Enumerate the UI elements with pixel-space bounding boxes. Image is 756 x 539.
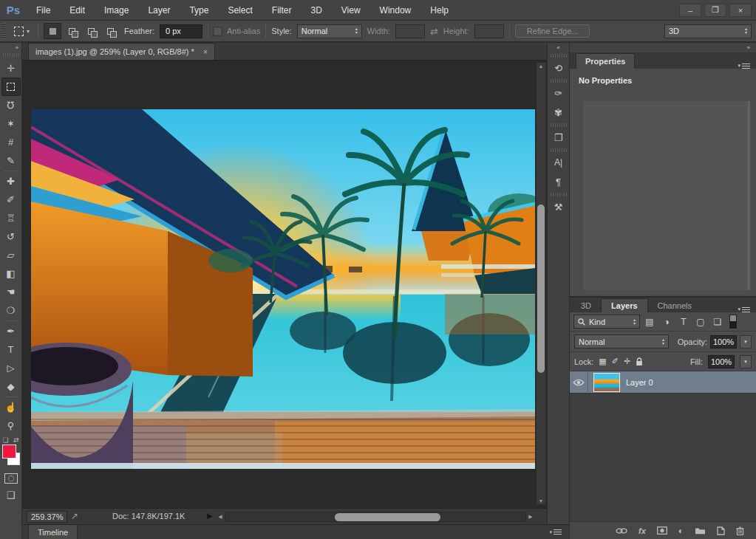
status-menu-arrow-icon[interactable]: ▶	[207, 512, 213, 520]
lock-transparency-button[interactable]: ▦	[599, 357, 606, 366]
dodge-tool[interactable]: ❍	[1, 301, 21, 320]
clone-stamp-tool[interactable]: ♖	[1, 209, 21, 227]
history-panel-button[interactable]: ⟲	[548, 58, 569, 78]
rectangular-marquee-tool[interactable]	[1, 78, 21, 96]
swap-colors-icon[interactable]: ⇄	[13, 436, 19, 444]
layer-row[interactable]: Layer 0	[570, 371, 756, 394]
document-tab[interactable]: images (1).jpg @ 259% (Layer 0, RGB/8#) …	[28, 43, 215, 60]
new-layer-button[interactable]	[717, 526, 725, 535]
link-layers-button[interactable]	[616, 528, 627, 534]
lock-all-button[interactable]	[636, 357, 643, 366]
vertical-scrollbar[interactable]: ▲ ▼	[536, 62, 546, 505]
default-colors-icon[interactable]: ❏	[3, 436, 9, 444]
minimize-button[interactable]: –	[679, 4, 701, 17]
layer-style-button[interactable]: fx	[638, 526, 646, 535]
healing-brush-tool[interactable]: ✚	[1, 172, 21, 190]
height-input[interactable]	[474, 24, 504, 38]
anti-alias-checkbox[interactable]	[214, 27, 222, 35]
panels-expand-chevron[interactable]: »	[747, 43, 750, 52]
options-bar-grip[interactable]	[1, 23, 6, 39]
scroll-up-icon[interactable]: ▲	[537, 63, 545, 69]
menu-edit[interactable]: Edit	[60, 0, 95, 21]
filter-shape-layers-button[interactable]: ▢	[693, 317, 708, 327]
delete-layer-button[interactable]	[736, 526, 744, 535]
brush-tool[interactable]: ✐	[1, 190, 21, 209]
zoom-tool[interactable]: ⚲	[1, 416, 21, 435]
lasso-tool[interactable]: ℧	[1, 96, 21, 114]
clone-source-panel-button[interactable]: ❐	[548, 128, 569, 147]
magic-wand-tool[interactable]: ✶	[1, 114, 21, 133]
dock-grip[interactable]	[551, 193, 567, 196]
lock-paint-button[interactable]: ✐	[612, 357, 619, 366]
foreground-color-swatch[interactable]	[2, 444, 16, 459]
layer-filtering-toggle[interactable]	[729, 315, 737, 329]
shape-tool[interactable]: ◆	[1, 377, 21, 396]
menu-help[interactable]: Help	[420, 0, 458, 21]
zoom-level-field[interactable]: 259.37%	[27, 511, 67, 523]
eraser-tool[interactable]: ▱	[1, 246, 21, 264]
tab-properties[interactable]: Properties	[576, 53, 635, 69]
subtract-from-selection-button[interactable]	[82, 23, 100, 39]
tab-channels[interactable]: Channels	[648, 298, 701, 312]
scroll-left-icon[interactable]: ◀	[216, 514, 225, 520]
feather-input[interactable]: 0 px	[160, 24, 202, 38]
dock-grip[interactable]	[551, 79, 567, 83]
workspace-select[interactable]: 3D ▴▾	[664, 24, 752, 38]
vertical-scrollbar-thumb[interactable]	[537, 205, 545, 373]
export-arrow-icon[interactable]: ↗	[71, 511, 78, 521]
pen-tool[interactable]: ✒	[1, 322, 21, 340]
horizontal-scrollbar[interactable]: ◀ ▶	[216, 512, 535, 522]
fill-dropdown-button[interactable]: ▾	[740, 355, 752, 368]
character-panel-button[interactable]: A|	[548, 153, 569, 172]
refine-edge-button[interactable]: Refine Edge...	[515, 24, 590, 38]
layer-name[interactable]: Layer 0	[626, 378, 653, 387]
lock-position-button[interactable]: ✛	[624, 357, 630, 366]
type-tool[interactable]: T	[1, 340, 21, 359]
dock-grip[interactable]	[551, 123, 567, 127]
width-input[interactable]	[395, 24, 425, 38]
menu-view[interactable]: View	[332, 0, 370, 21]
timeline-tab[interactable]: Timeline	[28, 525, 78, 539]
layer-thumbnail[interactable]	[593, 373, 620, 392]
menu-file[interactable]: File	[27, 0, 60, 21]
path-selection-tool[interactable]: ▷	[1, 359, 21, 377]
scroll-right-icon[interactable]: ▶	[526, 514, 535, 520]
dock-grip[interactable]	[551, 54, 567, 58]
menu-type[interactable]: Type	[180, 0, 218, 21]
canvas-image[interactable]	[31, 109, 535, 469]
hand-tool[interactable]: ☝	[1, 398, 21, 416]
opacity-value-field[interactable]: 100%	[710, 335, 737, 349]
filter-adjustment-layers-button[interactable]: ◑	[659, 317, 674, 327]
timeline-panel-menu[interactable]: ▾	[549, 529, 562, 535]
filter-smart-objects-button[interactable]: ❏	[710, 317, 725, 327]
menu-filter[interactable]: Filter	[262, 0, 302, 21]
filter-pixel-layers-button[interactable]: ▤	[642, 317, 657, 327]
menu-window[interactable]: Window	[370, 0, 421, 21]
new-adjustment-layer-button[interactable]: ◐	[678, 526, 684, 536]
properties-panel-menu[interactable]: ▾	[738, 63, 750, 69]
style-select[interactable]: Normal ▴▾	[297, 24, 362, 38]
measurement-panel-button[interactable]: ⚒	[548, 197, 569, 216]
brush-presets-panel-button[interactable]: ✾	[548, 103, 569, 122]
tools-expand-chevron[interactable]: »	[16, 44, 21, 52]
tools-grip[interactable]	[3, 53, 19, 57]
swap-dimensions-icon[interactable]: ⇄	[430, 26, 438, 37]
intersect-selection-button[interactable]	[101, 23, 119, 39]
move-tool[interactable]: ✛	[1, 59, 21, 78]
horizontal-scrollbar-thumb[interactable]	[335, 513, 440, 521]
close-button[interactable]: ×	[729, 4, 752, 17]
opacity-dropdown-button[interactable]: ▾	[740, 335, 752, 349]
restore-button[interactable]: ❐	[704, 4, 726, 17]
horizontal-scrollbar-track[interactable]	[225, 512, 526, 522]
scroll-down-icon[interactable]: ▼	[537, 498, 545, 504]
crop-tool[interactable]: #	[1, 133, 21, 151]
layers-panel-menu[interactable]: ▾	[738, 306, 750, 312]
tab-close-icon[interactable]: ×	[203, 47, 208, 56]
smudge-tool[interactable]: ☚	[1, 283, 21, 301]
dock-collapse-chevron[interactable]: «	[556, 43, 559, 52]
tab-layers[interactable]: Layers	[601, 298, 647, 312]
gradient-tool[interactable]: ◧	[1, 264, 21, 283]
eyedropper-tool[interactable]: ✎	[1, 151, 21, 170]
menu-image[interactable]: Image	[95, 0, 138, 21]
history-brush-tool[interactable]: ↺	[1, 227, 21, 246]
